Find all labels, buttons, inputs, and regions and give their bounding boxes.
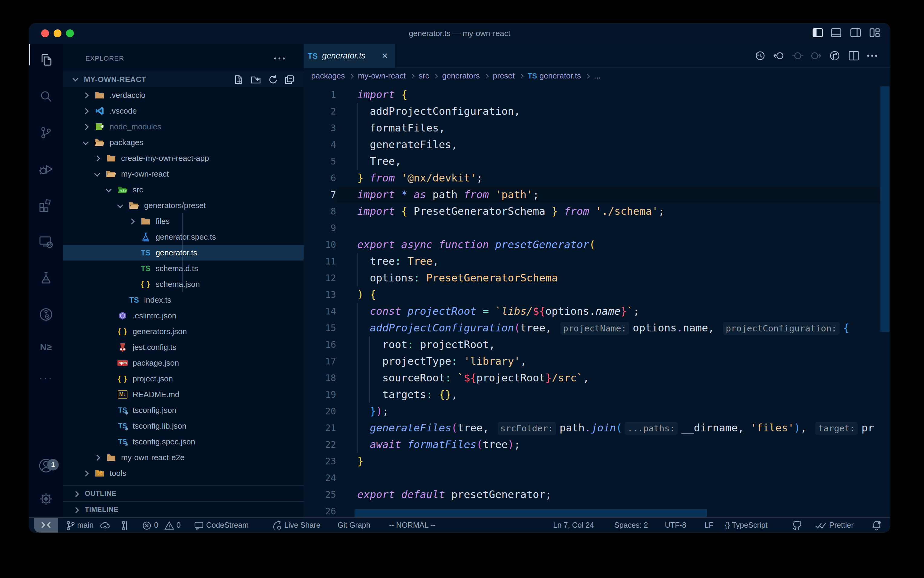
tree-item-schema-json[interactable]: { }schema.json bbox=[63, 276, 304, 292]
tree-item-my-own-react[interactable]: my-own-react bbox=[63, 166, 304, 182]
tree-item-packages[interactable]: packages bbox=[63, 135, 304, 150]
tree-item-node-modules[interactable]: node_modules bbox=[63, 119, 304, 135]
tree-item-create-my-own-react-app[interactable]: create-my-own-react-app bbox=[63, 150, 304, 166]
folder-open-icon bbox=[129, 200, 139, 211]
tree-item-jest-config-ts[interactable]: jest.config.ts bbox=[63, 339, 304, 355]
tree-item-generator-ts[interactable]: TSgenerator.ts bbox=[63, 245, 304, 261]
codestream-item[interactable]: CodeStream bbox=[194, 518, 249, 533]
remote-indicator[interactable] bbox=[34, 518, 58, 533]
window-title: generator.ts — my-own-react bbox=[29, 23, 890, 44]
explorer-sidebar: EXPLORER MY-OWN-REACT .verdaccio.vscoden… bbox=[63, 44, 304, 517]
encoding-item[interactable]: UTF-8 bbox=[665, 518, 686, 533]
git-graph-status-icon[interactable] bbox=[120, 518, 129, 533]
tree-item-package-json[interactable]: npmpackage.json bbox=[63, 355, 304, 371]
code-line-15: 15 addProjectConfiguration(tree, project… bbox=[304, 320, 880, 336]
activity-search[interactable] bbox=[29, 81, 63, 112]
chevron-right-icon bbox=[83, 93, 89, 99]
activity-gitlens[interactable] bbox=[29, 299, 63, 330]
language-item[interactable]: {} TypeScript bbox=[725, 518, 767, 533]
tree-item-label: my-own-react-e2e bbox=[121, 450, 184, 465]
tree-item-src[interactable]: </>src bbox=[63, 182, 304, 198]
indentation-item[interactable]: Spaces: 2 bbox=[614, 518, 648, 533]
inlay-hint: projectName: bbox=[560, 322, 629, 335]
activity-testing[interactable] bbox=[29, 262, 63, 294]
tree-item-tsconfig-lib-json[interactable]: TS✱tsconfig.lib.json bbox=[63, 418, 304, 434]
tree-item-label: .eslintrc.json bbox=[133, 308, 176, 323]
activity-source-control[interactable] bbox=[29, 117, 63, 148]
tree-item-label: jest.config.ts bbox=[133, 339, 176, 355]
git-graph-item[interactable]: Git Graph bbox=[338, 518, 370, 533]
folder-open-icon bbox=[94, 137, 105, 148]
tree-item-tsconfig-spec-json[interactable]: TS✱tsconfig.spec.json bbox=[63, 434, 304, 450]
settings-gear-button[interactable] bbox=[29, 483, 63, 515]
activity-run-debug[interactable] bbox=[29, 153, 63, 185]
timeline-section[interactable]: TIMELINE bbox=[63, 501, 304, 517]
code-line-7: 7import * as path from 'path'; bbox=[304, 186, 880, 203]
active-indicator bbox=[29, 44, 30, 65]
chevron-right-icon bbox=[129, 218, 135, 224]
new-folder-icon[interactable] bbox=[251, 75, 261, 85]
toggle-panel-icon[interactable] bbox=[831, 28, 841, 37]
tree-item-tsconfig-json[interactable]: TS✱tsconfig.json bbox=[63, 402, 304, 418]
cursor-position-item[interactable]: Ln 7, Col 24 bbox=[553, 518, 594, 533]
inlay-hint: srcFolder: bbox=[498, 422, 556, 435]
problems-item[interactable]: 0 0 bbox=[142, 518, 181, 533]
code-area[interactable]: 1import {2 addProjectConfiguration,3 for… bbox=[304, 44, 890, 517]
code-line-3: 3 formatFiles, bbox=[304, 120, 880, 136]
horizontal-scrollbar[interactable] bbox=[354, 509, 707, 517]
activity-nx-console[interactable]: N≥ bbox=[29, 331, 63, 363]
tree-item-label: schema.json bbox=[155, 276, 200, 292]
vim-mode-item[interactable]: -- NORMAL -- bbox=[389, 518, 435, 533]
outline-section-label: OUTLINE bbox=[85, 485, 116, 502]
tree-item-tools[interactable]: ⚒tools bbox=[63, 465, 304, 481]
live-share-item[interactable]: Live Share bbox=[272, 518, 320, 533]
github-item[interactable] bbox=[792, 518, 803, 533]
folder-icon bbox=[141, 216, 151, 226]
git-branch-item[interactable]: main bbox=[66, 518, 110, 533]
activity-remote[interactable] bbox=[29, 226, 63, 258]
project-root-row[interactable]: MY-OWN-REACT bbox=[63, 71, 304, 87]
tree-item-generators-preset[interactable]: generators/preset bbox=[63, 198, 304, 213]
code-line-24: 24 bbox=[304, 469, 880, 486]
code-line-22: 22 await formatFiles(tree); bbox=[304, 436, 880, 453]
tree-item-readme-md[interactable]: M↓README.md bbox=[63, 386, 304, 402]
explorer-header: EXPLORER bbox=[63, 44, 304, 71]
tree-item-schema-d-ts[interactable]: TSschema.d.ts bbox=[63, 261, 304, 276]
prettier-item[interactable]: Prettier bbox=[815, 518, 854, 533]
account-badge: 1 bbox=[47, 459, 59, 471]
tree-item--vscode[interactable]: .vscode bbox=[63, 103, 304, 119]
activity-explorer[interactable] bbox=[29, 44, 63, 76]
tree-item--verdaccio[interactable]: .verdaccio bbox=[63, 87, 304, 103]
tree-item-index-ts[interactable]: TSindex.ts bbox=[63, 292, 304, 308]
tree-item-my-own-react-e2e[interactable]: my-own-react-e2e bbox=[63, 450, 304, 465]
accounts-button[interactable]: 1 bbox=[29, 450, 63, 481]
eol-item[interactable]: LF bbox=[704, 518, 713, 533]
activity-more[interactable]: ··· bbox=[29, 362, 63, 393]
collapse-folders-icon[interactable] bbox=[284, 75, 295, 85]
activity-extensions[interactable] bbox=[29, 190, 63, 221]
tree-item-generators-json[interactable]: { }generators.json bbox=[63, 323, 304, 339]
tree-item-files[interactable]: files bbox=[63, 213, 304, 229]
outline-section[interactable]: OUTLINE bbox=[63, 485, 304, 501]
chevron-right-icon bbox=[83, 108, 89, 114]
toggle-sidebar-icon[interactable] bbox=[812, 28, 823, 37]
tree-item-label: .vscode bbox=[110, 103, 137, 119]
vertical-scrollbar[interactable] bbox=[880, 86, 890, 332]
refresh-icon[interactable] bbox=[268, 75, 278, 85]
explorer-more-icon[interactable] bbox=[273, 52, 285, 62]
code-line-18: 18 sourceRoot: `${projectRoot}/src`, bbox=[304, 370, 880, 386]
new-file-icon[interactable] bbox=[233, 75, 243, 85]
customize-layout-icon[interactable] bbox=[869, 28, 880, 37]
tree-item-label: packages bbox=[110, 135, 143, 150]
chevron-down-icon bbox=[117, 202, 123, 208]
github-icon bbox=[792, 520, 803, 531]
toggle-secondary-sidebar-icon[interactable] bbox=[850, 28, 861, 37]
tree-item-project-json[interactable]: { }project.json bbox=[63, 371, 304, 386]
project-root-label: MY-OWN-REACT bbox=[84, 71, 146, 87]
tree-item-generator-spec-ts[interactable]: generator.spec.ts bbox=[63, 229, 304, 245]
tree-item-label: create-my-own-react-app bbox=[121, 150, 209, 166]
tree-item--eslintrc-json[interactable]: .eslintrc.json bbox=[63, 308, 304, 323]
notifications-item[interactable] bbox=[871, 518, 882, 533]
status-bar: main 0 0 CodeStream Live Share Git Graph… bbox=[29, 517, 890, 533]
code-line-14: 14 const projectRoot = `libs/${options.n… bbox=[304, 303, 880, 320]
